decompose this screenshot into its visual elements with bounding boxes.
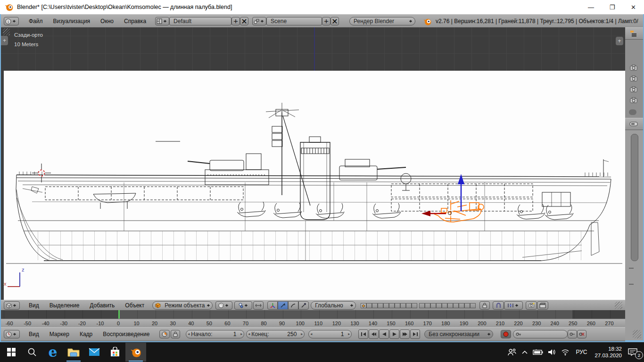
viewport-shading-dropdown[interactable] bbox=[215, 301, 232, 310]
manipulator-axes-button[interactable] bbox=[267, 301, 278, 310]
timeline-ruler[interactable]: -60-50-40-30-20-100102030405060708090100… bbox=[1, 319, 625, 327]
close-button[interactable]: ✕ bbox=[623, 0, 644, 14]
layer-toggle[interactable] bbox=[378, 303, 383, 308]
add-scene-button[interactable]: ＋ bbox=[322, 17, 330, 25]
jump-to-end-button[interactable] bbox=[410, 329, 420, 339]
taskbar-mail[interactable] bbox=[84, 343, 105, 362]
layer-toggle[interactable] bbox=[400, 303, 406, 308]
taskbar-blender-active[interactable] bbox=[125, 343, 146, 362]
transform-orientation-dropdown[interactable]: Глобально bbox=[311, 301, 356, 310]
opengl-render-image-button[interactable] bbox=[526, 301, 537, 310]
area-resize-grip[interactable] bbox=[3, 28, 10, 35]
layer-toggle[interactable] bbox=[459, 303, 464, 308]
delete-keyframe-button[interactable] bbox=[577, 330, 586, 338]
tray-expand-chevron-icon[interactable] bbox=[519, 343, 530, 362]
pivot-point-dropdown[interactable] bbox=[234, 301, 252, 310]
wifi-icon[interactable] bbox=[559, 343, 572, 362]
layer-toggle[interactable] bbox=[470, 303, 476, 308]
viewport-3d[interactable]: Сзади-орто 10 Meters + + bbox=[1, 27, 625, 300]
screen-layout-field[interactable]: Default bbox=[169, 17, 231, 25]
layer-toggle[interactable] bbox=[412, 303, 417, 308]
battery-icon[interactable] bbox=[530, 343, 545, 362]
menu-render[interactable]: Визуализация bbox=[48, 15, 96, 27]
layer-toggle[interactable] bbox=[361, 303, 366, 308]
snap-toggle-button[interactable] bbox=[493, 301, 504, 310]
layer-toggle[interactable] bbox=[366, 303, 372, 308]
preview-range-button[interactable] bbox=[159, 330, 170, 338]
render-visibility-camera-icon[interactable] bbox=[630, 64, 637, 72]
render-visibility-camera-icon[interactable] bbox=[630, 75, 637, 82]
layer-toggle[interactable] bbox=[419, 303, 425, 308]
clock[interactable]: 18:32 27.03.2020 bbox=[591, 346, 626, 359]
render-engine-dropdown[interactable]: Рендер Blender bbox=[349, 17, 415, 25]
lock-frame-button[interactable] bbox=[171, 330, 180, 338]
menu-playback[interactable]: Воспроизведение bbox=[98, 328, 155, 340]
layer-toggle[interactable] bbox=[395, 303, 400, 308]
layer-toggle[interactable] bbox=[389, 303, 395, 308]
properties-editor[interactable] bbox=[625, 118, 643, 340]
layer-toggle[interactable] bbox=[372, 303, 378, 308]
taskbar-edge[interactable]: e bbox=[42, 343, 63, 362]
delete-layout-button[interactable]: ✕ bbox=[240, 17, 248, 25]
people-icon[interactable] bbox=[505, 343, 519, 362]
menu-window[interactable]: Окно bbox=[95, 15, 119, 27]
layer-toggle[interactable] bbox=[430, 303, 436, 308]
snap-element-dropdown[interactable] bbox=[504, 301, 523, 310]
insert-keyframe-button[interactable] bbox=[568, 330, 577, 338]
editor-type-button[interactable] bbox=[4, 301, 20, 310]
title-bar[interactable]: Blender* [C:\Users\tvister\Desktop\Okean… bbox=[0, 0, 644, 14]
layers-group-2[interactable] bbox=[419, 303, 476, 308]
layer-toggle[interactable] bbox=[425, 303, 430, 308]
current-frame-field[interactable]: ◂1▸ bbox=[308, 330, 352, 338]
keying-set-field[interactable] bbox=[513, 330, 568, 338]
current-frame-line[interactable] bbox=[118, 310, 120, 319]
properties-shelf-toggle[interactable]: + bbox=[616, 37, 623, 45]
layers-group-1[interactable] bbox=[361, 303, 417, 308]
screen-layout-icon-button[interactable] bbox=[155, 17, 169, 25]
volume-icon[interactable] bbox=[545, 343, 559, 362]
editor-type-button[interactable] bbox=[4, 330, 20, 338]
opengl-render-anim-button[interactable] bbox=[537, 301, 548, 310]
maximize-button[interactable]: ❐ bbox=[602, 0, 623, 14]
taskbar-store[interactable] bbox=[105, 343, 125, 362]
menu-help[interactable]: Справка bbox=[119, 15, 151, 27]
timeline-band[interactable] bbox=[1, 310, 625, 319]
layer-toggle[interactable] bbox=[383, 303, 389, 308]
scene-field[interactable]: Scene bbox=[266, 17, 322, 25]
start-button[interactable] bbox=[1, 343, 22, 362]
manipulate-center-points-button[interactable] bbox=[253, 301, 264, 310]
language-indicator[interactable]: РУС bbox=[572, 343, 591, 362]
prev-keyframe-button[interactable] bbox=[369, 329, 379, 339]
layer-toggle[interactable] bbox=[464, 303, 470, 308]
menu-file[interactable]: Файл bbox=[24, 15, 48, 27]
translate-manipulator-button[interactable] bbox=[278, 301, 288, 310]
taskbar-explorer[interactable] bbox=[63, 343, 84, 362]
layer-toggle[interactable] bbox=[447, 303, 453, 308]
properties-scrollbar[interactable] bbox=[631, 134, 638, 261]
lock-to-scene-button[interactable] bbox=[479, 301, 490, 310]
menu-marker[interactable]: Маркер bbox=[44, 328, 74, 340]
toggle-pill[interactable] bbox=[629, 109, 636, 115]
scene-icon-button[interactable] bbox=[252, 17, 266, 25]
end-frame-field[interactable]: ◂Конец: 250▸ bbox=[246, 330, 305, 338]
menu-frame[interactable]: Кадр bbox=[74, 328, 98, 340]
scale-manipulator-button[interactable] bbox=[298, 301, 309, 310]
editor-type-button[interactable]: i bbox=[4, 17, 19, 25]
add-layout-button[interactable]: ＋ bbox=[231, 17, 240, 25]
play-button[interactable] bbox=[389, 329, 399, 339]
delete-scene-button[interactable]: ✕ bbox=[330, 17, 339, 25]
header-resize-grip[interactable] bbox=[615, 302, 622, 309]
layer-toggle[interactable] bbox=[453, 303, 459, 308]
outliner-editor[interactable] bbox=[625, 27, 643, 118]
menu-view[interactable]: Вид bbox=[24, 328, 44, 340]
sync-mode-dropdown[interactable]: Без синхронизации bbox=[424, 330, 493, 338]
jump-to-start-button[interactable] bbox=[358, 329, 368, 339]
render-visibility-camera-icon[interactable] bbox=[630, 86, 637, 93]
next-keyframe-button[interactable] bbox=[400, 329, 410, 339]
mode-dropdown[interactable]: Режим объекта bbox=[152, 301, 213, 310]
layer-toggle[interactable] bbox=[436, 303, 442, 308]
area-resize-grip[interactable] bbox=[633, 330, 641, 338]
start-frame-field[interactable]: ◂Начало: 1▸ bbox=[186, 330, 244, 338]
action-center-button[interactable]: 2 bbox=[626, 343, 644, 362]
rotate-manipulator-button[interactable] bbox=[288, 301, 298, 310]
